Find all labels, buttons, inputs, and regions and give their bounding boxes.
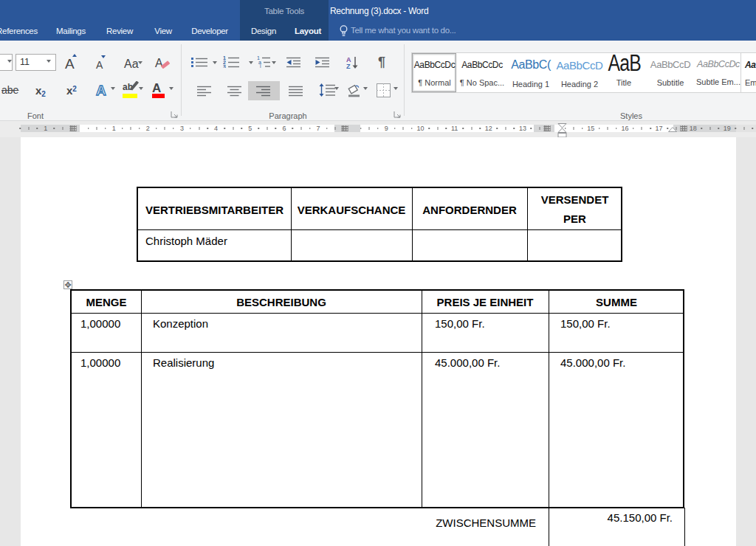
svg-text:3: 3: [223, 64, 226, 68]
svg-text:Z: Z: [346, 63, 351, 69]
